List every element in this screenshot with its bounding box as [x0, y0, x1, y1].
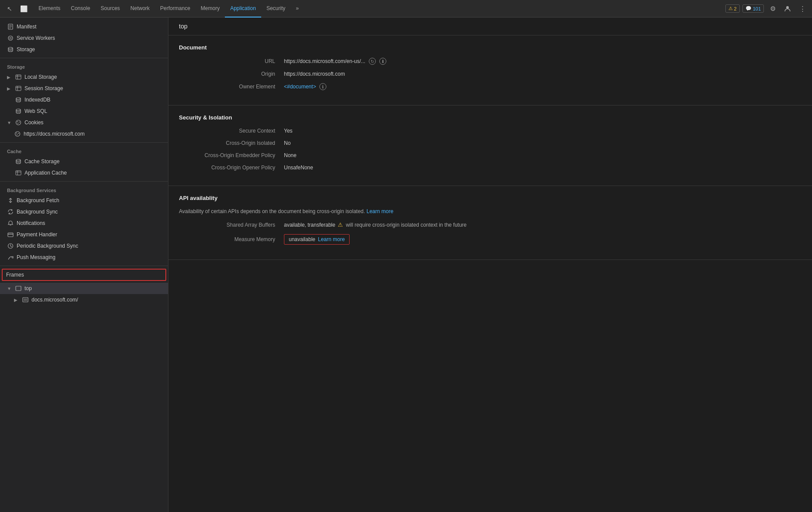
security-section-title: Security & Isolation: [179, 114, 802, 121]
manifest-label: Manifest: [17, 24, 36, 30]
url-value: https://docs.microsoft.com/en-us/... ↻ ⬇: [284, 58, 386, 65]
svg-point-15: [16, 109, 21, 111]
session-storage-icon: [15, 85, 22, 92]
sidebar-item-cookies[interactable]: ▼ Cookies: [0, 117, 168, 128]
device-icon[interactable]: ⬜: [18, 3, 30, 15]
sidebar-item-manifest[interactable]: Manifest: [0, 21, 168, 32]
settings-button[interactable]: ⚙: [766, 3, 779, 15]
owner-reveal-btn[interactable]: ℹ: [319, 83, 326, 90]
cache-section-header: Cache: [0, 145, 168, 156]
background-sync-icon: [7, 208, 14, 215]
sidebar-item-periodic-bg-sync[interactable]: Periodic Background Sync: [0, 240, 168, 252]
sidebar-item-service-workers[interactable]: Service Workers: [0, 32, 168, 44]
frames-header[interactable]: Frames: [2, 269, 166, 281]
svg-rect-35: [16, 286, 21, 291]
sidebar-item-background-sync[interactable]: Background Sync: [0, 206, 168, 217]
local-storage-icon: [15, 74, 22, 81]
document-section-title: Document: [179, 44, 802, 51]
cross-origin-isolated-value: No: [284, 140, 290, 146]
storage-label: Storage: [17, 46, 35, 53]
content-area: top Document URL https://docs.microsoft.…: [168, 18, 812, 512]
sidebar-item-local-storage[interactable]: ▶ Local Storage: [0, 71, 168, 83]
cookies-microsoft-label: https://docs.microsoft.com: [24, 131, 84, 137]
cross-origin-isolated-row: Cross-Origin Isolated No: [179, 140, 802, 146]
measure-memory-row: Measure Memory unavailable Learn more: [179, 234, 802, 245]
tab-sources[interactable]: Sources: [95, 0, 125, 18]
sidebar-item-top-frame[interactable]: ▼ top: [0, 283, 168, 294]
sidebar-item-storage[interactable]: Storage: [0, 44, 168, 55]
divider-3: [0, 181, 168, 182]
cross-origin-opener-value: UnsafeNone: [284, 165, 313, 171]
notifications-label: Notifications: [17, 220, 45, 226]
svg-point-20: [15, 132, 20, 137]
sidebar-item-application-cache[interactable]: Application Cache: [0, 167, 168, 179]
api-learn-more-link[interactable]: Learn more: [367, 208, 393, 214]
sidebar: Manifest Service Workers Storage Storage…: [0, 18, 168, 512]
svg-point-7: [8, 47, 13, 49]
background-fetch-icon: [7, 197, 14, 204]
tab-console[interactable]: Console: [66, 0, 95, 18]
manifest-icon: [7, 23, 14, 30]
secure-context-value: Yes: [284, 128, 293, 134]
url-row: URL https://docs.microsoft.com/en-us/...…: [179, 58, 802, 65]
toolbar-right: ⚠ 2 💬 101 ⚙ ⋮: [725, 3, 808, 15]
application-cache-icon: [15, 169, 22, 176]
tab-security[interactable]: Security: [261, 0, 290, 18]
tab-more[interactable]: »: [290, 0, 304, 18]
shared-buffers-value: available, transferable ⚠ will require c…: [284, 221, 467, 228]
svg-point-16: [16, 120, 21, 125]
sidebar-item-docs-frame[interactable]: ▶ docs.microsoft.com/: [0, 294, 168, 305]
origin-row: Origin https://docs.microsoft.com: [179, 71, 802, 77]
cursor-icon[interactable]: ↖: [4, 3, 16, 15]
sidebar-item-web-sql[interactable]: Web SQL: [0, 105, 168, 117]
sidebar-item-payment-handler[interactable]: Payment Handler: [0, 229, 168, 240]
sidebar-item-cache-storage[interactable]: Cache Storage: [0, 156, 168, 167]
tab-application[interactable]: Application: [225, 0, 261, 18]
cross-origin-opener-label: Cross-Origin Opener Policy: [179, 165, 284, 171]
docs-frame-icon: [22, 296, 29, 303]
url-link-btn[interactable]: ↻: [369, 58, 376, 65]
payment-handler-label: Payment Handler: [17, 231, 57, 238]
shared-buffers-row: Shared Array Buffers available, transfer…: [179, 221, 802, 228]
info-badge[interactable]: 💬 101: [742, 4, 764, 13]
expand-session-storage-icon: ▶: [7, 86, 12, 91]
warning-badge[interactable]: ⚠ 2: [725, 4, 740, 13]
security-section: Security & Isolation Secure Context Yes …: [168, 105, 812, 186]
person-button[interactable]: [781, 3, 794, 15]
cross-origin-embedder-row: Cross-Origin Embedder Policy None: [179, 152, 802, 158]
url-copy-btn[interactable]: ⬇: [379, 58, 386, 65]
divider-4: [0, 266, 168, 266]
shared-buffers-warn-icon: ⚠: [338, 221, 343, 228]
owner-element-link[interactable]: <#document>: [284, 84, 316, 90]
cookies-label: Cookies: [24, 119, 43, 126]
measure-memory-learn-more-link[interactable]: Learn more: [318, 236, 345, 242]
tab-performance[interactable]: Performance: [155, 0, 196, 18]
sidebar-item-indexeddb[interactable]: IndexedDB: [0, 94, 168, 105]
content-header: top: [168, 18, 812, 35]
owner-value: <#document> ℹ: [284, 83, 326, 90]
expand-docs-frame-icon: ▶: [14, 298, 19, 302]
svg-point-14: [16, 98, 21, 99]
sidebar-item-push-messaging[interactable]: Push Messaging: [0, 252, 168, 263]
cross-origin-opener-row: Cross-Origin Opener Policy UnsafeNone: [179, 165, 802, 171]
tab-network[interactable]: Network: [125, 0, 155, 18]
more-button[interactable]: ⋮: [796, 3, 808, 15]
tab-memory[interactable]: Memory: [196, 0, 225, 18]
svg-line-33: [10, 246, 12, 247]
svg-point-23: [17, 134, 18, 135]
service-workers-label: Service Workers: [17, 35, 55, 41]
sidebar-item-notifications[interactable]: Notifications: [0, 217, 168, 229]
svg-rect-29: [8, 233, 13, 237]
storage-icon: [7, 46, 14, 53]
svg-point-17: [17, 121, 18, 122]
sidebar-item-background-fetch[interactable]: Background Fetch: [0, 195, 168, 206]
top-frame-label: top: [24, 285, 32, 291]
background-fetch-label: Background Fetch: [17, 197, 59, 203]
sidebar-item-cookies-microsoft[interactable]: https://docs.microsoft.com: [0, 128, 168, 140]
sidebar-item-session-storage[interactable]: ▶ Session Storage: [0, 83, 168, 94]
svg-point-24: [16, 159, 21, 161]
periodic-bg-sync-icon: [7, 242, 14, 249]
svg-point-21: [16, 133, 17, 133]
tab-elements[interactable]: Elements: [33, 0, 66, 18]
payment-handler-icon: [7, 231, 14, 238]
